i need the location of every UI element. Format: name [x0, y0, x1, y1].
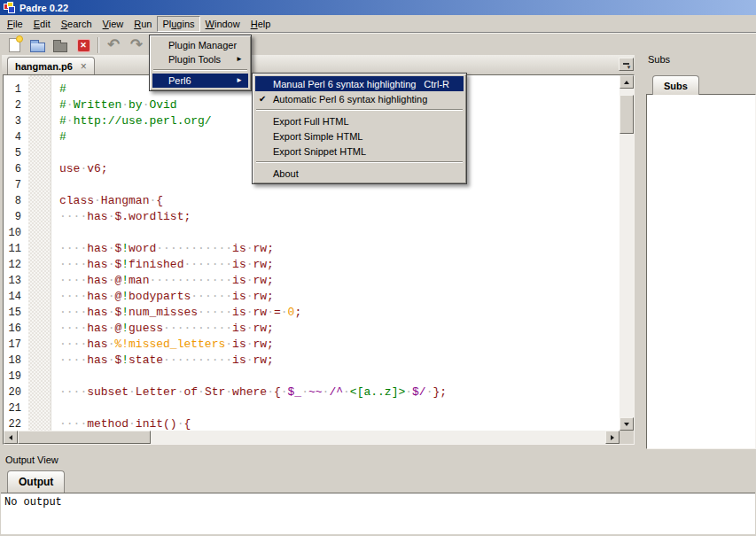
code-token: · [246, 274, 253, 287]
code-line[interactable]: ····has·@!guess··········is·rw; [59, 321, 620, 337]
redo-icon-button[interactable] [125, 35, 148, 56]
code-line[interactable] [59, 225, 620, 241]
code-token: ·········· [163, 353, 232, 367]
line-number: 19 [4, 369, 21, 385]
vertical-scrollbar[interactable] [620, 75, 634, 431]
menu-view[interactable]: View [97, 16, 129, 32]
editor-tab-bar: hangman.p6 × ▼ [2, 55, 635, 74]
subs-tab-label: Subs [664, 81, 688, 91]
code-token: <[a..z]> [350, 385, 405, 399]
code-token: Str [205, 385, 225, 399]
menu-help[interactable]: Help [246, 16, 277, 32]
code-token: · [246, 290, 253, 303]
menu-item-export-full-html[interactable]: Export Full HTML [255, 113, 464, 128]
code-token: has [87, 353, 107, 367]
scroll-down-button[interactable] [620, 417, 634, 431]
code-token: Letter [136, 385, 177, 399]
menu-file[interactable]: File [2, 16, 28, 32]
code-line[interactable]: ····has·$!state··········is·rw; [59, 353, 620, 369]
redo-icon [130, 37, 143, 53]
scroll-up-button[interactable] [620, 75, 634, 89]
menu-run[interactable]: Run [129, 16, 157, 32]
code-line[interactable]: ····has·@!man············is·rw; [59, 273, 620, 289]
code-token: · [225, 338, 232, 351]
menu-item-plugin-manager[interactable]: Plugin Manager [152, 38, 248, 52]
code-token: · [246, 306, 253, 319]
tab-output[interactable]: Output [7, 470, 65, 493]
menu-shortcut: Ctrl-R [424, 79, 460, 89]
code-token: }; [433, 385, 447, 399]
code-token: · [94, 194, 101, 207]
menu-item-label: About [273, 168, 299, 179]
code-line[interactable]: ····has·$!finished·······is·rw; [59, 257, 620, 273]
line-number: 7 [4, 177, 21, 193]
code-line[interactable]: ····has·$!word···········is·rw; [59, 241, 620, 257]
menu-window[interactable]: Window [200, 16, 246, 32]
down-arrow-icon [624, 423, 629, 426]
menu-item-export-simple-html[interactable]: Export Simple HTML [255, 128, 464, 144]
code-line[interactable]: ····subset·Letter·of·Str·where·{·$_·~~·/… [59, 385, 620, 400]
code-token: has [87, 322, 107, 335]
output-tab-label: Output [19, 476, 53, 488]
code-line[interactable] [59, 400, 620, 416]
menu-plugins[interactable]: Plugins [157, 16, 199, 32]
code-token: · [301, 385, 308, 399]
menu-item-export-snippet-html[interactable]: Export Snippet HTML [255, 144, 464, 159]
code-token: is [232, 274, 246, 287]
code-token: · [246, 353, 253, 367]
code-token: class [59, 194, 94, 207]
code-token: guess [129, 322, 163, 335]
line-number: 12 [4, 257, 21, 273]
code-token: word [129, 242, 156, 255]
perl6-submenu: Manual Perl 6 syntax highlightingCtrl-R✔… [252, 73, 467, 184]
output-console[interactable]: No output [1, 493, 755, 534]
menu-item-plugin-tools[interactable]: Plugin Tools► [152, 52, 248, 66]
code-token: rw; [253, 274, 274, 287]
horizontal-scrollbar[interactable] [4, 431, 620, 444]
code-token: # [59, 82, 66, 96]
code-token: $_ [288, 385, 302, 399]
code-line[interactable]: ····has·$!num_misses·····is·rw·=·0; [59, 305, 620, 321]
code-line[interactable]: ····has·@!bodyparts······is·rw; [59, 289, 620, 305]
output-text: No output [4, 496, 62, 509]
code-line[interactable]: ····method·init()·{ [59, 416, 620, 431]
menu-search[interactable]: Search [56, 16, 97, 32]
code-token: · [281, 306, 288, 319]
menu-item-about[interactable]: About [255, 166, 464, 181]
save-file-icon-button[interactable] [49, 35, 72, 56]
menu-item-manual-perl-6-syntax-highlighting[interactable]: Manual Perl 6 syntax highlightingCtrl-R [255, 76, 464, 91]
code-token: method [87, 417, 129, 431]
code-token: ···· [59, 385, 87, 399]
close-file-icon-button[interactable] [72, 35, 95, 56]
code-line[interactable] [59, 369, 620, 385]
menu-item-automatic-perl-6-syntax-highlighting[interactable]: ✔Automatic Perl 6 syntax highlighting [255, 91, 464, 106]
tab-hangman-p6[interactable]: hangman.p6 × [7, 57, 95, 74]
code-line[interactable]: class·Hangman·{ [59, 193, 620, 209]
code-token: ······ [191, 290, 232, 303]
new-file-icon-button[interactable] [3, 35, 26, 56]
tab-list-button[interactable]: ▼ [619, 58, 634, 71]
tab-subs[interactable]: Subs [652, 75, 699, 95]
scroll-left-button[interactable] [4, 431, 18, 444]
menu-item-label: Export Simple HTML [273, 131, 362, 142]
code-token: v6; [87, 162, 107, 175]
menu-item-label: Plugin Tools [168, 54, 221, 65]
line-number: 18 [4, 353, 21, 369]
open-file-icon-button[interactable] [26, 35, 49, 56]
left-arrow-icon [9, 435, 12, 440]
code-line[interactable]: ····has·%!missed_letters·is·rw; [59, 337, 620, 353]
scroll-right-button[interactable] [605, 431, 620, 444]
open-file-icon [30, 43, 45, 52]
undo-icon-button[interactable] [102, 35, 125, 56]
code-token: rw; [253, 338, 274, 351]
close-tab-icon[interactable]: × [81, 62, 87, 71]
vertical-scrollbar-thumb[interactable] [620, 95, 634, 134]
menu-item-perl6[interactable]: Perl6► [152, 74, 248, 88]
horizontal-scrollbar-thumb[interactable] [18, 431, 151, 444]
code-line[interactable]: ····has·$.wordlist; [59, 209, 620, 225]
menu-edit[interactable]: Edit [28, 16, 56, 32]
line-number: 9 [4, 209, 21, 225]
subs-list[interactable] [646, 94, 756, 449]
menu-item-label: Export Full HTML [273, 116, 349, 127]
code-token: · [405, 385, 412, 399]
